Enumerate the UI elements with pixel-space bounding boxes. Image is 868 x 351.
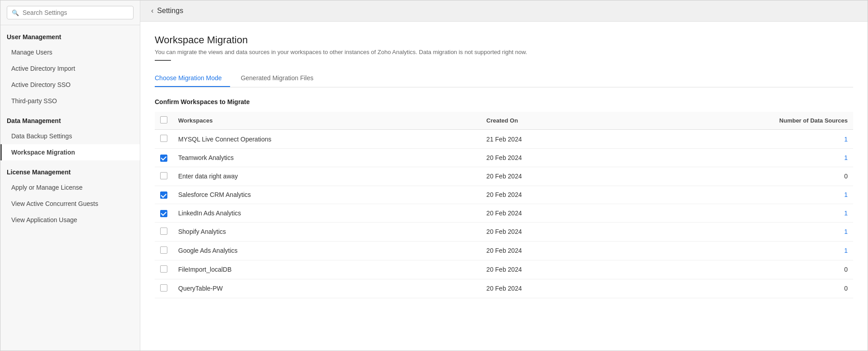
row-sources-link[interactable]: 1 [844,136,848,143]
title-underline [155,60,171,61]
sidebar-section: User Management [0,25,140,44]
sidebar-item-third-party-sso[interactable]: Third-party SSO [0,93,140,109]
table-head: WorkspacesCreated OnNumber of Data Sourc… [155,112,853,130]
row-name: Teamwork Analytics [173,149,481,167]
sidebar-section: License Management [0,160,140,179]
row-checkbox-cell [155,222,173,241]
row-num-sources[interactable]: 1 [618,186,853,204]
top-bar: ‹ Settings [140,0,868,22]
row-sources-link[interactable]: 1 [844,191,848,198]
topbar-title: Settings [157,7,183,15]
sidebar-item-view-application-usage[interactable]: View Application Usage [0,212,140,228]
row-num-sources[interactable]: 1 [618,204,853,223]
main-content: ‹ Settings Workspace Migration You can m… [140,0,868,351]
app-container: 🔍 User ManagementManage UsersActive Dire… [0,0,868,351]
row-name: Shopify Analytics [173,222,481,241]
table-row: Google Ads Analytics20 Feb 20241 [155,241,853,260]
col-header-num_sources: Number of Data Sources [618,112,853,130]
sidebar-section: Data Management [0,109,140,128]
search-box: 🔍 [0,0,140,25]
table-row: FileImport_localDB20 Feb 20240 [155,260,853,279]
row-checkbox-cell [155,186,173,204]
row-num-sources: 0 [618,260,853,279]
tabs: Choose Migration ModeGenerated Migration… [155,70,853,87]
row-sources-link[interactable]: 1 [844,247,848,254]
col-header-checkbox [155,112,173,130]
search-input[interactable] [23,9,129,16]
sidebar-section-title: License Management [7,169,134,176]
row-checkbox-1[interactable] [160,155,167,162]
row-created-on: 20 Feb 2024 [481,260,618,279]
row-checkbox-0[interactable] [160,135,167,142]
table-body: MYSQL Live Connect Operations21 Feb 2024… [155,130,853,298]
row-checkbox-cell [155,260,173,279]
row-checkbox-cell [155,167,173,186]
row-checkbox-cell [155,204,173,223]
confirm-section-title: Confirm Workspaces to Migrate [155,98,853,105]
row-checkbox-5[interactable] [160,228,167,235]
row-num-sources[interactable]: 1 [618,149,853,167]
row-checkbox-cell [155,149,173,167]
row-num-sources[interactable]: 1 [618,130,853,149]
back-arrow-icon[interactable]: ‹ [151,7,153,15]
sidebar-item-workspace-migration[interactable]: Workspace Migration [0,144,140,160]
row-checkbox-7[interactable] [160,265,167,273]
row-num-sources: 0 [618,167,853,186]
sidebar-item-active-directory-sso[interactable]: Active Directory SSO [0,77,140,93]
row-sources-link[interactable]: 1 [844,154,848,161]
row-created-on: 20 Feb 2024 [481,279,618,298]
page-title: Workspace Migration [155,34,853,46]
row-name: Google Ads Analytics [173,241,481,260]
table-row: Salesforce CRM Analytics20 Feb 20241 [155,186,853,204]
row-num-sources[interactable]: 1 [618,241,853,260]
sidebar-item-data-backup-settings[interactable]: Data Backup Settings [0,128,140,144]
col-header-created_on: Created On [481,112,618,130]
row-created-on: 20 Feb 2024 [481,186,618,204]
sidebar-section-title: User Management [7,33,134,41]
search-input-wrapper[interactable]: 🔍 [7,6,134,19]
row-checkbox-2[interactable] [160,172,167,179]
content-area: Workspace Migration You can migrate the … [140,22,868,351]
sidebar-item-manage-users[interactable]: Manage Users [0,44,140,60]
row-checkbox-cell [155,130,173,149]
tab-choose-migration-mode[interactable]: Choose Migration Mode [155,70,230,87]
row-checkbox-cell [155,241,173,260]
row-created-on: 20 Feb 2024 [481,167,618,186]
row-checkbox-6[interactable] [160,246,167,254]
sidebar-item-apply-manage-license[interactable]: Apply or Manage License [0,179,140,196]
row-name: Salesforce CRM Analytics [173,186,481,204]
table-row: Shopify Analytics20 Feb 20241 [155,222,853,241]
table-row: QueryTable-PW20 Feb 20240 [155,279,853,298]
tab-generated-migration-files[interactable]: Generated Migration Files [241,70,322,87]
col-header-name: Workspaces [173,112,481,130]
sidebar-item-view-active-concurrent-guests[interactable]: View Active Concurrent Guests [0,196,140,212]
sidebar-item-active-directory-import[interactable]: Active Directory Import [0,60,140,77]
row-sources-link[interactable]: 1 [844,228,848,235]
table-row: LinkedIn Ads Analytics20 Feb 20241 [155,204,853,223]
row-num-sources[interactable]: 1 [618,222,853,241]
row-checkbox-3[interactable] [160,191,167,199]
header-checkbox[interactable] [160,116,167,123]
table-row: Teamwork Analytics20 Feb 20241 [155,149,853,167]
row-checkbox-4[interactable] [160,210,167,217]
row-sources-link[interactable]: 1 [844,210,848,217]
sidebar-section-title: Data Management [7,117,134,124]
row-created-on: 20 Feb 2024 [481,204,618,223]
row-created-on: 20 Feb 2024 [481,222,618,241]
row-checkbox-cell [155,279,173,298]
row-created-on: 20 Feb 2024 [481,149,618,167]
row-num-sources: 0 [618,279,853,298]
table-row: Enter data right away20 Feb 20240 [155,167,853,186]
workspace-table: WorkspacesCreated OnNumber of Data Sourc… [155,112,853,298]
search-icon: 🔍 [12,9,19,16]
row-name: Enter data right away [173,167,481,186]
row-created-on: 20 Feb 2024 [481,241,618,260]
row-name: QueryTable-PW [173,279,481,298]
sidebar: 🔍 User ManagementManage UsersActive Dire… [0,0,140,351]
row-checkbox-8[interactable] [160,284,167,292]
row-created-on: 21 Feb 2024 [481,130,618,149]
row-name: MYSQL Live Connect Operations [173,130,481,149]
sidebar-sections: User ManagementManage UsersActive Direct… [0,25,140,228]
page-description: You can migrate the views and data sourc… [155,49,561,55]
table-row: MYSQL Live Connect Operations21 Feb 2024… [155,130,853,149]
